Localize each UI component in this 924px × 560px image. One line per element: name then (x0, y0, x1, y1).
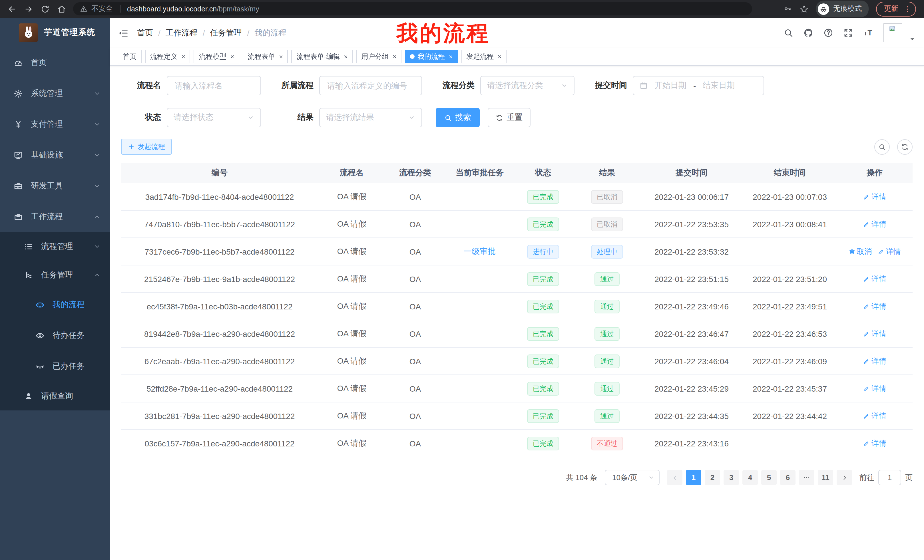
action-详情[interactable]: 详情 (863, 328, 886, 339)
page-button-1[interactable]: 1 (686, 470, 701, 485)
action-详情[interactable]: 详情 (863, 301, 886, 311)
fullscreen-icon[interactable] (843, 28, 853, 38)
page-button-3[interactable]: 3 (723, 470, 739, 485)
sidebar-item-基础设施[interactable]: 基础设施 (0, 140, 110, 171)
status-select[interactable]: 请选择状态 (167, 108, 261, 127)
breadcrumb-item[interactable]: 任务管理 (210, 28, 242, 38)
address-bar[interactable]: 不安全 dashboard.yudao.iocoder.cn/bpm/task/… (73, 2, 752, 15)
action-label: 详情 (872, 383, 886, 394)
breadcrumb-item[interactable]: 首页 (137, 28, 153, 38)
tab-流程定义[interactable]: 流程定义× (145, 49, 190, 63)
action-详情[interactable]: 详情 (863, 383, 886, 394)
sidebar-item-支付管理[interactable]: 支付管理 (0, 109, 110, 140)
sidebar-item-任务管理[interactable]: 任务管理 (0, 261, 110, 289)
process-name-input[interactable] (167, 76, 261, 95)
tab-close-icon[interactable]: × (344, 53, 348, 60)
question-icon[interactable] (824, 28, 833, 38)
tab-我的流程[interactable]: 我的流程× (405, 49, 458, 63)
action-详情[interactable]: 详情 (863, 192, 886, 202)
tab-close-icon[interactable]: × (279, 53, 283, 60)
sidebar-item-已办任务[interactable]: 已办任务 (0, 351, 110, 382)
home-icon[interactable] (54, 2, 69, 16)
font-size-icon[interactable]: TT (864, 28, 873, 38)
reset-button[interactable]: 重置 (488, 108, 531, 127)
tab-close-icon[interactable]: × (498, 53, 501, 60)
current-task-link[interactable]: 一级审批 (464, 246, 496, 256)
reload-icon[interactable] (38, 2, 52, 16)
end-date-placeholder[interactable]: 结束日期 (703, 81, 735, 91)
back-icon[interactable] (4, 2, 19, 16)
action-详情[interactable]: 详情 (863, 356, 886, 366)
bookmark-star-icon[interactable] (800, 4, 808, 13)
github-icon[interactable] (804, 28, 813, 38)
search-icon[interactable] (783, 28, 793, 38)
tab-close-icon[interactable]: × (449, 53, 453, 60)
next-page-button[interactable] (837, 470, 852, 485)
breadcrumb-item: 我的流程 (254, 28, 286, 38)
page-button-5[interactable]: 5 (761, 470, 777, 485)
avatar[interactable] (884, 23, 902, 42)
update-button[interactable]: 更新 (876, 1, 916, 16)
refresh-table-button[interactable] (897, 139, 913, 154)
sidebar-item-研发工具[interactable]: 研发工具 (0, 171, 110, 202)
goto-page-input[interactable] (878, 470, 901, 485)
tab-首页[interactable]: 首页 (118, 49, 142, 63)
process-name-field[interactable] (174, 81, 254, 91)
tab-close-icon[interactable]: × (182, 53, 185, 60)
breadcrumb-item[interactable]: 工作流程 (166, 28, 198, 38)
avatar-caret-icon[interactable] (909, 36, 915, 42)
action-label: 详情 (872, 328, 886, 339)
sidebar: 芋道管理系统 首页系统管理支付管理基础设施研发工具工作流程流程管理任务管理我的流… (0, 18, 110, 560)
app-logo[interactable]: 芋道管理系统 (0, 18, 110, 47)
tab-发起流程[interactable]: 发起流程× (461, 49, 507, 63)
start-date-placeholder[interactable]: 开始日期 (654, 81, 686, 91)
action-取消[interactable]: 取消 (848, 246, 872, 257)
sidebar-item-系统管理[interactable]: 系统管理 (0, 78, 110, 109)
page-button-2[interactable]: 2 (705, 470, 720, 485)
reset-button-label: 重置 (507, 112, 522, 123)
table-row: ec45f38f-7b9a-11ec-b03b-acde48001122OA 请… (121, 293, 913, 320)
sidebar-item-请假查询[interactable]: 请假查询 (0, 382, 110, 410)
key-icon[interactable] (783, 4, 792, 13)
forward-icon[interactable] (21, 2, 35, 16)
action-详情[interactable]: 详情 (878, 246, 901, 257)
table-header: 编号流程名流程分类当前审批任务状态结果提交时间结束时间操作 (121, 163, 913, 183)
page-button-11[interactable]: 11 (818, 470, 833, 485)
cell-result: 通过 (572, 327, 642, 340)
submit-time-range-picker[interactable]: 开始日期 - 结束日期 (633, 76, 764, 95)
sidebar-item-待办任务[interactable]: 待办任务 (0, 320, 110, 351)
tab-close-icon[interactable]: × (393, 53, 397, 60)
process-definition-field[interactable] (326, 81, 415, 91)
page-button-4[interactable]: 4 (742, 470, 758, 485)
tab-close-icon[interactable]: × (230, 53, 234, 60)
tab-流程表单-编辑[interactable]: 流程表单-编辑× (291, 49, 353, 63)
sidebar-item-流程管理[interactable]: 流程管理 (0, 232, 110, 261)
update-label[interactable]: 更新 (884, 4, 898, 14)
process-category-select[interactable]: 请选择流程分类 (480, 76, 574, 95)
cell-result: 已取消 (572, 217, 642, 231)
page-ellipsis[interactable] (799, 470, 814, 485)
process-definition-input[interactable] (319, 76, 422, 95)
tab-用户分组[interactable]: 用户分组× (356, 49, 402, 63)
sidebar-item-我的流程[interactable]: 我的流程 (0, 289, 110, 320)
action-详情[interactable]: 详情 (863, 438, 886, 448)
result-select[interactable]: 请选择流结果 (319, 108, 422, 127)
page-button-6[interactable]: 6 (780, 470, 795, 485)
toggle-search-button[interactable] (874, 139, 890, 154)
browser-menu-icon[interactable] (903, 5, 911, 13)
action-详情[interactable]: 详情 (863, 219, 886, 229)
cell-actions: 详情 (839, 356, 910, 366)
pagination-total: 共 104 条 (566, 472, 597, 483)
search-button[interactable]: 搜索 (436, 108, 480, 127)
page-size-select[interactable]: 10条/页 (605, 470, 660, 485)
tab-流程模型[interactable]: 流程模型× (194, 49, 239, 63)
tab-流程表单[interactable]: 流程表单× (243, 49, 288, 63)
sidebar-item-工作流程[interactable]: 工作流程 (0, 202, 110, 232)
prev-page-button[interactable] (667, 470, 682, 485)
hamburger-icon[interactable] (118, 28, 129, 38)
action-详情[interactable]: 详情 (863, 274, 886, 284)
sidebar-item-首页[interactable]: 首页 (0, 47, 110, 78)
create-process-button[interactable]: 发起流程 (121, 139, 172, 155)
security-label[interactable]: 不安全 (92, 4, 113, 14)
action-详情[interactable]: 详情 (863, 411, 886, 421)
